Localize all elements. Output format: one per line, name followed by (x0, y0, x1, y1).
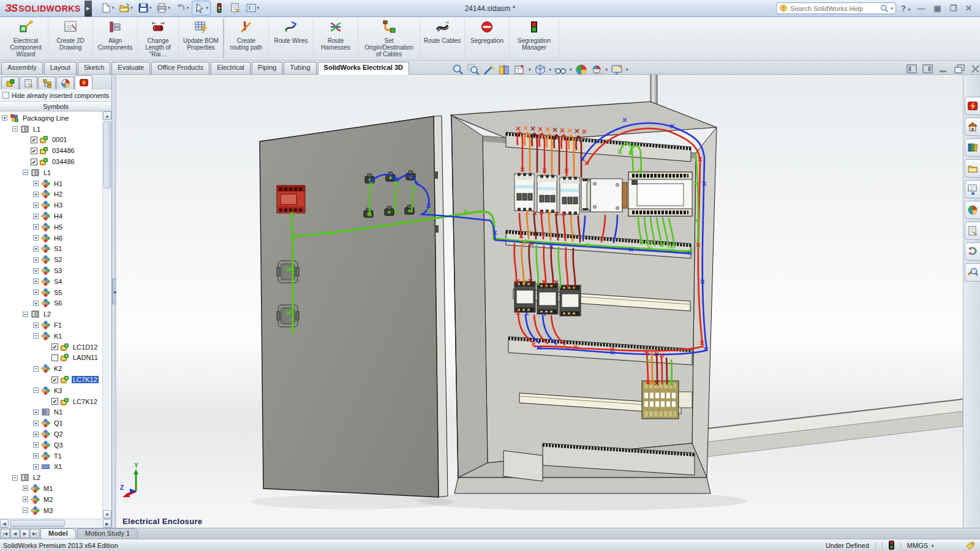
traffic-light-button[interactable] (212, 1, 227, 15)
tree-expand-toggle[interactable]: + (33, 410, 39, 415)
help-button[interactable]: ? ▾ (901, 4, 910, 13)
tree-expand-toggle[interactable]: − (12, 126, 18, 132)
custom-properties-icon[interactable] (965, 222, 980, 240)
tree-item-s3[interactable]: +S3 (0, 265, 102, 276)
ribbon-change-length-of-rai-button[interactable]: Change Length of "Rai… (138, 18, 179, 59)
status-traffic-light-icon[interactable] (889, 541, 894, 550)
tab-structure-icon[interactable] (38, 77, 56, 89)
first-sheet-button[interactable]: |◀ (1, 529, 10, 538)
view-orientation-icon[interactable] (513, 64, 526, 76)
tree-expand-toggle[interactable]: + (33, 442, 39, 448)
scroll-up-button[interactable]: ▲ (103, 111, 111, 120)
scroll-thumb[interactable] (104, 121, 111, 189)
door-red-device[interactable] (277, 186, 305, 213)
tree-item-checkbox[interactable]: ✔ (51, 377, 58, 383)
tree-item-s2[interactable]: +S2 (0, 254, 102, 265)
tab-electrical[interactable]: Electrical (211, 62, 251, 74)
search-input[interactable] (790, 5, 877, 12)
select-button[interactable]: ▾ (192, 1, 211, 15)
contactors[interactable] (514, 282, 581, 316)
ribbon-align-components-button[interactable]: Align Components (93, 18, 138, 59)
open-button[interactable]: ▾ (117, 1, 135, 15)
tree-expand-toggle[interactable]: + (33, 432, 39, 437)
tree-expand-toggle[interactable]: − (33, 366, 39, 372)
prev-sheet-button[interactable]: ◀ (10, 529, 20, 538)
tag-icon[interactable] (965, 541, 975, 550)
tree-item-lc7k12[interactable]: ✔LC7K12 (0, 396, 102, 407)
tree-item-k3[interactable]: −K3 (0, 385, 102, 396)
plc-module[interactable] (628, 172, 692, 216)
scroll-right-button[interactable]: ▶ (103, 519, 111, 528)
tree-item-l2[interactable]: −L2 (0, 309, 102, 320)
tab-properties-icon[interactable] (20, 77, 37, 89)
left-pane-toggle-icon[interactable] (907, 64, 917, 73)
tree-expand-toggle[interactable]: − (23, 170, 28, 175)
doc-close-icon[interactable] (970, 64, 980, 73)
hscroll-thumb[interactable] (10, 520, 65, 527)
tree-expand-toggle[interactable]: + (33, 203, 39, 208)
tree-item-s6[interactable]: +S6 (0, 298, 102, 309)
tree-expand-toggle[interactable]: + (33, 464, 39, 470)
circuit-breakers[interactable] (514, 174, 589, 214)
resources-home-icon[interactable] (965, 118, 980, 136)
maximize-button[interactable]: ▣ (932, 4, 943, 13)
tree-item-l2[interactable]: −L2 (0, 472, 102, 483)
search-tools-icon[interactable] (965, 263, 980, 282)
tree-item-q2[interactable]: +Q2 (0, 429, 102, 440)
view-palette-icon[interactable] (965, 180, 980, 198)
tree-expand-toggle[interactable]: + (33, 214, 39, 219)
tree-expand-toggle[interactable]: + (33, 235, 39, 241)
tree-expand-toggle[interactable]: − (33, 388, 39, 393)
right-pane-toggle-icon[interactable] (922, 64, 933, 73)
tree-expand-toggle[interactable]: + (33, 268, 39, 274)
tree-item-034486[interactable]: ✔034486 (0, 145, 102, 156)
tree-expand-toggle[interactable]: + (33, 290, 39, 295)
tree-expand-toggle[interactable]: + (33, 301, 39, 306)
tree-item-m2[interactable]: +M2 (0, 494, 102, 505)
tree-expand-toggle[interactable]: + (23, 497, 28, 502)
print-button[interactable]: ▾ (154, 1, 172, 15)
scroll-down-button[interactable]: ▼ (103, 510, 111, 519)
view-orientation-dropdown-icon[interactable]: ▾ (529, 67, 531, 72)
graphics-area[interactable]: Y Z Electrical Enclosure (116, 75, 963, 528)
tree-expand-toggle[interactable]: + (33, 246, 39, 252)
ribbon-electrical-component-wizard-button[interactable]: Electrical Component Wizard (4, 18, 48, 59)
tree-vertical-scrollbar[interactable]: ▲ ▼ (102, 111, 111, 519)
ribbon-update-bom-properties-button[interactable]: Update BOM Properties (179, 18, 224, 59)
new-document-button[interactable]: ▾ (99, 1, 116, 15)
tree-expand-toggle[interactable]: + (33, 257, 39, 263)
undo-button[interactable]: ▾ (173, 1, 191, 15)
ribbon-create-routing-path-button[interactable]: Create routing path (224, 18, 269, 59)
tree-expand-toggle[interactable]: − (23, 312, 28, 317)
tab-components-icon[interactable] (1, 77, 19, 89)
tree-item-s4[interactable]: +S4 (0, 276, 102, 287)
tree-item-l1[interactable]: −L1 (0, 124, 102, 135)
tree-item-h6[interactable]: +H6 (0, 233, 102, 244)
tab-evaluate[interactable]: Evaluate (111, 62, 150, 74)
properties-button[interactable] (228, 1, 243, 15)
tree-expand-toggle[interactable]: + (33, 323, 39, 328)
scene-dropdown-icon[interactable]: ▾ (606, 67, 608, 72)
last-sheet-button[interactable]: ▶| (30, 529, 39, 538)
conveyor-rail[interactable] (707, 399, 963, 457)
tree-expand-toggle[interactable]: − (12, 475, 18, 481)
tab-solidworks-electrical-icon[interactable] (75, 75, 92, 89)
tab-layout[interactable]: Layout (44, 62, 77, 74)
menu-expand-button[interactable]: ▶ (85, 1, 92, 17)
tree-item-h1[interactable]: +H1 (0, 178, 102, 189)
cascade-button[interactable]: ❐ (948, 4, 959, 13)
task-pane-button[interactable]: ▾ (244, 1, 262, 15)
door-gray-device-1[interactable] (277, 261, 299, 283)
tree-item-h4[interactable]: +H4 (0, 211, 102, 222)
tree-item-h3[interactable]: +H3 (0, 200, 102, 211)
doc-restore-icon[interactable] (954, 64, 965, 73)
zoom-fit-icon[interactable] (452, 64, 464, 76)
zoom-selection-icon[interactable] (483, 64, 495, 76)
tab-appearances-icon[interactable] (56, 77, 74, 89)
save-button[interactable]: ▾ (136, 1, 154, 15)
tree-item-x1[interactable]: +X1 (0, 462, 102, 473)
ribbon-route-cables-button[interactable]: Route Cables (420, 18, 465, 59)
tree-item-checkbox[interactable]: ✔ (31, 137, 37, 143)
tree-item-checkbox[interactable]: ✔ (31, 148, 37, 154)
solidworks-electrical-icon[interactable] (965, 97, 980, 115)
